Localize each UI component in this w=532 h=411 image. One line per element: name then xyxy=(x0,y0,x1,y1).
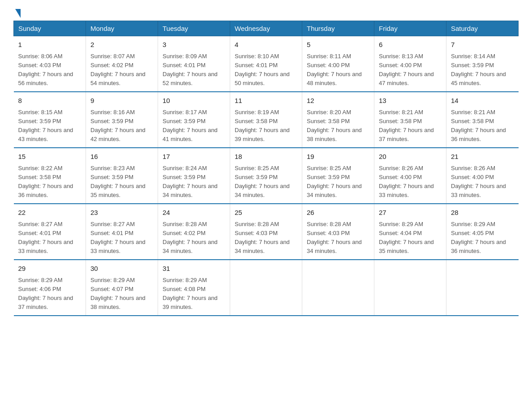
day-number: 12 xyxy=(307,96,369,106)
day-info: Sunrise: 8:29 AMSunset: 4:08 PMDaylight:… xyxy=(163,277,218,310)
page-header xyxy=(13,9,519,16)
calendar-day-cell: 18 Sunrise: 8:25 AMSunset: 3:59 PMDaylig… xyxy=(230,148,302,204)
calendar-day-cell: 19 Sunrise: 8:25 AMSunset: 3:59 PMDaylig… xyxy=(302,148,374,204)
day-info: Sunrise: 8:06 AMSunset: 4:03 PMDaylight:… xyxy=(18,53,73,86)
calendar-day-cell: 29 Sunrise: 8:29 AMSunset: 4:06 PMDaylig… xyxy=(14,260,86,316)
day-number: 26 xyxy=(307,208,369,218)
calendar-week-row: 22 Sunrise: 8:27 AMSunset: 4:01 PMDaylig… xyxy=(14,204,519,260)
calendar-header-sunday: Sunday xyxy=(14,21,86,36)
calendar-day-cell: 5 Sunrise: 8:11 AMSunset: 4:00 PMDayligh… xyxy=(302,36,374,92)
day-info: Sunrise: 8:23 AMSunset: 3:59 PMDaylight:… xyxy=(90,165,146,198)
calendar-table: SundayMondayTuesdayWednesdayThursdayFrid… xyxy=(13,21,519,316)
calendar-day-cell: 16 Sunrise: 8:23 AMSunset: 3:59 PMDaylig… xyxy=(86,148,158,204)
calendar-day-cell: 14 Sunrise: 8:21 AMSunset: 3:58 PMDaylig… xyxy=(446,92,519,148)
calendar-day-cell: 31 Sunrise: 8:29 AMSunset: 4:08 PMDaylig… xyxy=(158,260,230,316)
day-number: 24 xyxy=(163,208,225,218)
day-info: Sunrise: 8:14 AMSunset: 3:59 PMDaylight:… xyxy=(451,53,506,86)
calendar-day-cell xyxy=(302,260,374,316)
calendar-week-row: 15 Sunrise: 8:22 AMSunset: 3:58 PMDaylig… xyxy=(14,148,519,204)
day-number: 19 xyxy=(307,152,369,162)
day-number: 30 xyxy=(90,264,153,274)
calendar-day-cell xyxy=(374,260,446,316)
calendar-day-cell: 13 Sunrise: 8:21 AMSunset: 3:58 PMDaylig… xyxy=(374,92,446,148)
day-number: 8 xyxy=(18,96,82,106)
calendar-day-cell: 12 Sunrise: 8:20 AMSunset: 3:58 PMDaylig… xyxy=(302,92,374,148)
calendar-week-row: 1 Sunrise: 8:06 AMSunset: 4:03 PMDayligh… xyxy=(14,36,519,92)
day-number: 29 xyxy=(18,264,82,274)
calendar-day-cell: 2 Sunrise: 8:07 AMSunset: 4:02 PMDayligh… xyxy=(86,36,158,92)
day-info: Sunrise: 8:13 AMSunset: 4:00 PMDaylight:… xyxy=(379,53,434,86)
day-number: 18 xyxy=(235,152,297,162)
calendar-day-cell: 26 Sunrise: 8:28 AMSunset: 4:03 PMDaylig… xyxy=(302,204,374,260)
day-info: Sunrise: 8:22 AMSunset: 3:58 PMDaylight:… xyxy=(18,165,73,198)
day-number: 5 xyxy=(307,40,369,50)
calendar-day-cell: 3 Sunrise: 8:09 AMSunset: 4:01 PMDayligh… xyxy=(158,36,230,92)
day-info: Sunrise: 8:29 AMSunset: 4:05 PMDaylight:… xyxy=(451,221,506,254)
calendar-header-friday: Friday xyxy=(374,21,446,36)
day-number: 20 xyxy=(379,152,442,162)
day-number: 17 xyxy=(163,152,225,162)
day-info: Sunrise: 8:19 AMSunset: 3:58 PMDaylight:… xyxy=(235,109,290,142)
calendar-header-wednesday: Wednesday xyxy=(230,21,302,36)
calendar-day-cell: 17 Sunrise: 8:24 AMSunset: 3:59 PMDaylig… xyxy=(158,148,230,204)
day-info: Sunrise: 8:20 AMSunset: 3:58 PMDaylight:… xyxy=(307,109,362,142)
calendar-day-cell: 9 Sunrise: 8:16 AMSunset: 3:59 PMDayligh… xyxy=(86,92,158,148)
calendar-day-cell: 23 Sunrise: 8:27 AMSunset: 4:01 PMDaylig… xyxy=(86,204,158,260)
day-number: 6 xyxy=(379,40,442,50)
calendar-day-cell: 15 Sunrise: 8:22 AMSunset: 3:58 PMDaylig… xyxy=(14,148,86,204)
calendar-day-cell: 22 Sunrise: 8:27 AMSunset: 4:01 PMDaylig… xyxy=(14,204,86,260)
day-info: Sunrise: 8:27 AMSunset: 4:01 PMDaylight:… xyxy=(18,221,73,254)
day-info: Sunrise: 8:25 AMSunset: 3:59 PMDaylight:… xyxy=(235,165,290,198)
day-info: Sunrise: 8:11 AMSunset: 4:00 PMDaylight:… xyxy=(307,53,362,86)
day-info: Sunrise: 8:27 AMSunset: 4:01 PMDaylight:… xyxy=(90,221,146,254)
day-number: 3 xyxy=(163,40,225,50)
calendar-day-cell: 7 Sunrise: 8:14 AMSunset: 3:59 PMDayligh… xyxy=(446,36,519,92)
calendar-header-saturday: Saturday xyxy=(446,21,519,36)
day-number: 13 xyxy=(379,96,442,106)
day-info: Sunrise: 8:29 AMSunset: 4:07 PMDaylight:… xyxy=(90,277,146,310)
day-number: 31 xyxy=(163,264,225,274)
day-info: Sunrise: 8:15 AMSunset: 3:59 PMDaylight:… xyxy=(18,109,73,142)
day-info: Sunrise: 8:25 AMSunset: 3:59 PMDaylight:… xyxy=(307,165,362,198)
calendar-day-cell: 21 Sunrise: 8:26 AMSunset: 4:00 PMDaylig… xyxy=(446,148,519,204)
calendar-day-cell: 1 Sunrise: 8:06 AMSunset: 4:03 PMDayligh… xyxy=(14,36,86,92)
day-info: Sunrise: 8:26 AMSunset: 4:00 PMDaylight:… xyxy=(451,165,506,198)
calendar-day-cell xyxy=(230,260,302,316)
day-info: Sunrise: 8:10 AMSunset: 4:01 PMDaylight:… xyxy=(235,53,290,86)
calendar-header-thursday: Thursday xyxy=(302,21,374,36)
day-number: 15 xyxy=(18,152,82,162)
calendar-day-cell: 24 Sunrise: 8:28 AMSunset: 4:02 PMDaylig… xyxy=(158,204,230,260)
day-info: Sunrise: 8:26 AMSunset: 4:00 PMDaylight:… xyxy=(379,165,434,198)
day-info: Sunrise: 8:24 AMSunset: 3:59 PMDaylight:… xyxy=(163,165,218,198)
logo xyxy=(13,9,21,16)
day-info: Sunrise: 8:21 AMSunset: 3:58 PMDaylight:… xyxy=(379,109,434,142)
calendar-week-row: 8 Sunrise: 8:15 AMSunset: 3:59 PMDayligh… xyxy=(14,92,519,148)
day-number: 23 xyxy=(90,208,153,218)
calendar-day-cell: 10 Sunrise: 8:17 AMSunset: 3:59 PMDaylig… xyxy=(158,92,230,148)
day-info: Sunrise: 8:21 AMSunset: 3:58 PMDaylight:… xyxy=(451,109,506,142)
day-info: Sunrise: 8:17 AMSunset: 3:59 PMDaylight:… xyxy=(163,109,218,142)
day-number: 4 xyxy=(235,40,297,50)
day-number: 16 xyxy=(90,152,153,162)
day-info: Sunrise: 8:29 AMSunset: 4:04 PMDaylight:… xyxy=(379,221,434,254)
day-number: 28 xyxy=(451,208,514,218)
day-info: Sunrise: 8:09 AMSunset: 4:01 PMDaylight:… xyxy=(163,53,218,86)
day-number: 25 xyxy=(235,208,297,218)
day-number: 14 xyxy=(451,96,514,106)
calendar-header-row: SundayMondayTuesdayWednesdayThursdayFrid… xyxy=(14,21,519,36)
calendar-day-cell: 6 Sunrise: 8:13 AMSunset: 4:00 PMDayligh… xyxy=(374,36,446,92)
day-info: Sunrise: 8:28 AMSunset: 4:03 PMDaylight:… xyxy=(235,221,290,254)
day-info: Sunrise: 8:07 AMSunset: 4:02 PMDaylight:… xyxy=(90,53,146,86)
calendar-day-cell: 25 Sunrise: 8:28 AMSunset: 4:03 PMDaylig… xyxy=(230,204,302,260)
calendar-day-cell: 28 Sunrise: 8:29 AMSunset: 4:05 PMDaylig… xyxy=(446,204,519,260)
calendar-day-cell xyxy=(446,260,519,316)
calendar-week-row: 29 Sunrise: 8:29 AMSunset: 4:06 PMDaylig… xyxy=(14,260,519,316)
day-info: Sunrise: 8:28 AMSunset: 4:02 PMDaylight:… xyxy=(163,221,218,254)
calendar-day-cell: 4 Sunrise: 8:10 AMSunset: 4:01 PMDayligh… xyxy=(230,36,302,92)
day-number: 2 xyxy=(90,40,153,50)
day-info: Sunrise: 8:16 AMSunset: 3:59 PMDaylight:… xyxy=(90,109,146,142)
day-number: 27 xyxy=(379,208,442,218)
calendar-header-monday: Monday xyxy=(86,21,158,36)
calendar-header-tuesday: Tuesday xyxy=(158,21,230,36)
day-info: Sunrise: 8:28 AMSunset: 4:03 PMDaylight:… xyxy=(307,221,362,254)
